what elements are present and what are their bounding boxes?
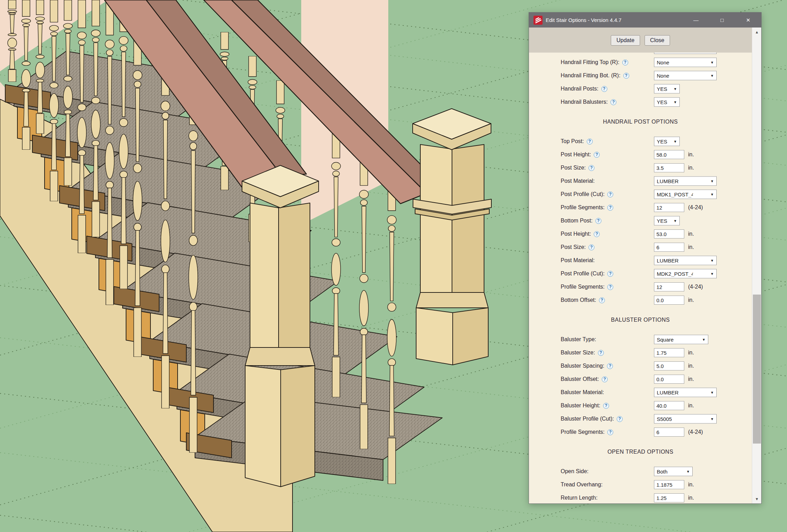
help-icon[interactable]: ? — [607, 429, 613, 435]
field-label: Profile Segments:? — [561, 429, 613, 435]
help-icon[interactable]: ? — [595, 218, 601, 224]
unit-label: (4-24) — [688, 429, 703, 435]
clipped-select-partial[interactable] — [654, 53, 717, 54]
form-row-post-size: Post Size:?6in. — [529, 241, 752, 254]
newel-post-front — [242, 165, 319, 487]
dropdown-arrow-icon: ▼ — [702, 338, 706, 342]
post-height-input[interactable]: 53.0 — [654, 229, 684, 238]
baluster-material-select[interactable]: LUMBER▼ — [654, 388, 717, 397]
field-control: YES▼ — [654, 216, 680, 226]
profile-segments-input[interactable]: 12 — [654, 203, 684, 212]
field-label-text: Baluster Spacing: — [561, 363, 604, 369]
unit-label: in. — [688, 482, 694, 488]
profile-segments-input[interactable]: 6 — [654, 428, 684, 437]
close-window-button[interactable]: ✕ — [735, 13, 761, 28]
dialog-titlebar[interactable]: Edit Stair Options - Version 4.4.7 — □ ✕ — [529, 13, 761, 28]
window-controls: — □ ✕ — [683, 13, 761, 28]
select-value: YES — [657, 99, 667, 105]
baluster-profile-cut-select[interactable]: S5005▼ — [654, 414, 717, 424]
field-label-text: Handrail Fitting Top (R): — [561, 59, 620, 65]
scroll-up-arrow[interactable]: ▲ — [752, 28, 762, 37]
form-row-handrail-fitting-bot-r: Handrail Fitting Bot. (R):?None▼ — [529, 69, 752, 82]
field-label: Handrail Fitting Bot. (R):? — [561, 72, 629, 79]
return-length-input[interactable]: 1.25 — [654, 493, 684, 502]
scroll-down-arrow[interactable]: ▼ — [752, 494, 762, 503]
close-button[interactable]: Close — [645, 35, 670, 46]
help-icon[interactable]: ? — [603, 403, 609, 409]
post-size-input[interactable]: 6 — [654, 243, 684, 252]
minimize-button[interactable]: — — [683, 13, 709, 28]
handrail-fitting-top-r-select[interactable]: None▼ — [654, 58, 717, 67]
baluster-type-select[interactable]: Square▼ — [654, 335, 708, 344]
top-post-select[interactable]: YES▼ — [654, 137, 680, 146]
baluster-height-input[interactable]: 40.0 — [654, 401, 684, 410]
field-label-text: Profile Segments: — [561, 284, 605, 290]
field-label: Baluster Height:? — [561, 402, 609, 409]
help-icon[interactable]: ? — [607, 205, 613, 211]
field-label: Post Height:? — [561, 151, 600, 158]
edit-stair-options-dialog: Edit Stair Options - Version 4.4.7 — □ ✕… — [529, 12, 762, 504]
baluster-spacing-input[interactable]: 5.0 — [654, 361, 684, 370]
post-size-input[interactable]: 3.5 — [654, 163, 684, 172]
help-icon[interactable]: ? — [623, 73, 629, 79]
baluster-offset-input[interactable]: 0.0 — [654, 375, 684, 384]
help-icon[interactable]: ? — [617, 416, 623, 422]
help-icon[interactable]: ? — [602, 376, 608, 382]
sketchup-icon — [533, 16, 543, 25]
maximize-button[interactable]: □ — [709, 13, 735, 28]
profile-segments-input[interactable]: 12 — [654, 282, 684, 291]
application-window: Edit Stair Options - Version 4.4.7 — □ ✕… — [0, 0, 787, 532]
form-row-post-profile-cut: Post Profile (Cut):?MDK2_POST_45▼ — [529, 267, 752, 280]
post-material-select[interactable]: LUMBER▼ — [654, 256, 717, 265]
form-row-post-size: Post Size:?3.5in. — [529, 161, 752, 174]
post-profile-cut-select[interactable]: MDK2_POST_45▼ — [654, 269, 717, 279]
open-side-select[interactable]: Both▼ — [654, 467, 693, 476]
form-row-baluster-size: Baluster Size:?1.75in. — [529, 346, 752, 359]
update-button[interactable]: Update — [611, 35, 640, 46]
dropdown-arrow-icon: ▼ — [673, 140, 677, 143]
tread-overhang-input[interactable]: 1.1875 — [654, 480, 684, 489]
dropdown-arrow-icon: ▼ — [673, 100, 677, 104]
field-label: Profile Segments:? — [561, 284, 613, 290]
form-row-handrail-balusters: Handrail Balusters:?YES▼ — [529, 95, 752, 109]
help-icon[interactable]: ? — [589, 165, 594, 171]
help-icon[interactable]: ? — [594, 231, 600, 237]
help-icon[interactable]: ? — [594, 152, 600, 158]
field-label: Handrail Balusters:? — [561, 99, 616, 105]
bottom-post-select[interactable]: YES▼ — [654, 216, 680, 226]
handrail-fitting-bot-r-select[interactable]: None▼ — [654, 71, 717, 80]
field-control: 12(4-24) — [654, 282, 703, 291]
handrail-balusters-select[interactable]: YES▼ — [654, 97, 680, 107]
unit-label: in. — [688, 350, 694, 356]
dialog-scrollbar[interactable]: ▲ ▼ — [752, 28, 761, 503]
select-value: LUMBER — [657, 390, 679, 396]
help-icon[interactable]: ? — [607, 271, 613, 277]
field-label: Baluster Profile (Cut):? — [561, 416, 623, 422]
handrail-posts-select[interactable]: YES▼ — [654, 84, 680, 94]
help-icon[interactable]: ? — [601, 86, 607, 92]
post-height-input[interactable]: 58.0 — [654, 150, 684, 159]
help-icon[interactable]: ? — [607, 363, 613, 369]
unit-label: in. — [688, 165, 694, 171]
dropdown-arrow-icon: ▼ — [710, 61, 714, 64]
help-icon[interactable]: ? — [587, 139, 593, 144]
post-material-select[interactable]: LUMBER▼ — [654, 177, 717, 186]
section-heading-baluster-options: BALUSTER OPTIONS — [529, 307, 752, 333]
help-icon[interactable]: ? — [589, 244, 594, 250]
post-profile-cut-select[interactable]: MDK1_POST_45▼ — [654, 190, 717, 199]
help-icon[interactable]: ? — [607, 284, 613, 290]
help-icon[interactable]: ? — [610, 99, 616, 105]
help-icon[interactable]: ? — [622, 60, 628, 65]
bottom-offset-input[interactable]: 0.0 — [654, 296, 684, 305]
scroll-thumb[interactable] — [753, 295, 761, 444]
field-label-text: Profile Segments: — [561, 429, 605, 435]
help-icon[interactable]: ? — [607, 191, 613, 197]
help-icon[interactable]: ? — [599, 297, 605, 303]
baluster-size-input[interactable]: 1.75 — [654, 348, 684, 357]
field-control: Square▼ — [654, 335, 708, 344]
field-label: Handrail Fitting Top (R):? — [561, 59, 628, 65]
help-icon[interactable]: ? — [598, 350, 604, 356]
unit-label: in. — [688, 495, 694, 501]
newel-post-right — [413, 109, 491, 365]
field-control: S5005▼ — [654, 414, 717, 424]
